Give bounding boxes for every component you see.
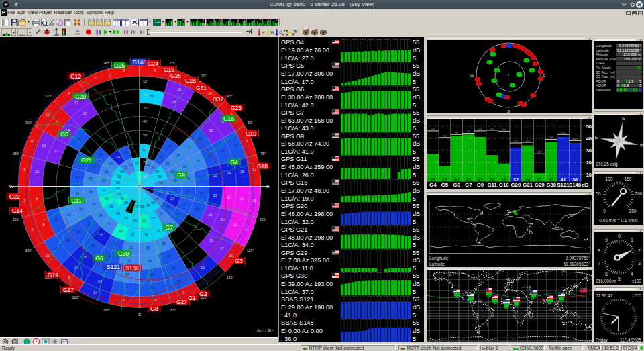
- svg-text:GPS G5: GPS G5: [281, 62, 304, 69]
- svg-text:31: 31: [166, 161, 170, 165]
- svg-text:4: 4: [631, 272, 633, 277]
- svg-text:dB: dB: [413, 327, 420, 334]
- svg-text:G19: G19: [48, 271, 58, 278]
- svg-text:34: 34: [155, 196, 159, 200]
- svg-text:210°: 210°: [72, 295, 80, 299]
- svg-text:S121: S121: [557, 182, 570, 188]
- svg-text:Longitude: Longitude: [596, 44, 612, 48]
- svg-text:315°: 315°: [46, 93, 53, 97]
- svg-text:10°: 10°: [143, 79, 148, 83]
- svg-text:18: 18: [42, 143, 46, 147]
- svg-text:40: 40: [105, 196, 109, 200]
- svg-text:8: 8: [43, 222, 45, 226]
- svg-text:51.51205633°: 51.51205633°: [563, 262, 590, 266]
- svg-text:G29: G29: [537, 151, 542, 154]
- svg-text:5: 5: [618, 277, 621, 281]
- svg-text:El 39.00 Az 193.00: El 39.00 Az 193.00: [281, 281, 333, 287]
- svg-text:G24: G24: [148, 60, 158, 66]
- svg-text:dB: dB: [413, 303, 420, 310]
- svg-text:0: 0: [618, 234, 621, 238]
- svg-text:Longitude: Longitude: [429, 256, 449, 261]
- svg-text:E: E: [595, 135, 598, 140]
- svg-text:8: 8: [95, 75, 97, 79]
- svg-text:G11: G11: [71, 197, 82, 203]
- svg-text:dB: dB: [413, 47, 420, 54]
- svg-text:G21: G21: [523, 182, 533, 188]
- svg-text:36: 36: [150, 93, 154, 97]
- svg-text:G6: G6: [95, 254, 103, 261]
- svg-text:35: 35: [79, 207, 83, 211]
- svg-text:G23: G23: [231, 104, 241, 111]
- svg-text:dB: dB: [413, 281, 420, 287]
- svg-text:25: 25: [99, 232, 103, 236]
- svg-text:5: 5: [413, 265, 416, 272]
- svg-text:G2: G2: [199, 290, 207, 297]
- svg-text:Az - / El -: Az - / El -: [257, 328, 274, 332]
- svg-text:5: 5: [413, 288, 416, 295]
- svg-text:L1C/A: 43.0: L1C/A: 43.0: [281, 125, 314, 132]
- svg-text:55: 55: [413, 249, 419, 256]
- svg-text:El 7.00 Az 325.00: El 7.00 Az 325.00: [281, 257, 329, 264]
- svg-text:39: 39: [151, 200, 155, 204]
- svg-text:8: 8: [24, 167, 26, 171]
- svg-text:7: 7: [598, 261, 600, 266]
- svg-text:W: W: [640, 143, 643, 148]
- svg-text:55: 55: [413, 85, 419, 92]
- svg-text:G29: G29: [535, 182, 545, 188]
- svg-text:S121: S121: [107, 263, 120, 270]
- svg-text:5: 5: [413, 148, 416, 155]
- svg-text:45°: 45°: [227, 93, 233, 97]
- svg-text:El 63.00 Az 158.00: El 63.00 Az 158.00: [281, 117, 333, 123]
- svg-text:10: 10: [30, 138, 34, 142]
- svg-text:20: 20: [35, 169, 39, 173]
- svg-text:GPS G30: GPS G30: [281, 272, 307, 279]
- svg-text:31: 31: [107, 221, 111, 225]
- svg-text:H: H: [262, 30, 264, 34]
- svg-text:1: 1: [123, 297, 125, 301]
- svg-text:10: 10: [46, 253, 50, 257]
- svg-text:100: 100: [606, 177, 613, 181]
- svg-text:G16: G16: [499, 182, 509, 188]
- svg-text:G18: G18: [257, 162, 268, 169]
- svg-text:31: 31: [124, 165, 128, 169]
- svg-text:30: 30: [233, 143, 237, 147]
- svg-text:170.25 deg: 170.25 deg: [596, 162, 618, 167]
- svg-text:G6: G6: [455, 132, 458, 134]
- svg-text:34: 34: [75, 191, 79, 195]
- svg-text:L1C/A: 27.0: L1C/A: 27.0: [281, 54, 314, 61]
- svg-text:38: 38: [116, 180, 120, 184]
- svg-text:29: 29: [77, 136, 81, 140]
- svg-text:50: 50: [586, 123, 592, 130]
- svg-text:20°: 20°: [143, 92, 148, 96]
- svg-text:22: 22: [201, 265, 205, 269]
- svg-text:18: 18: [172, 99, 176, 103]
- svg-text:27: 27: [159, 185, 163, 189]
- svg-text:W: W: [470, 74, 474, 78]
- svg-text:El 30.00 Az 208.00: El 30.00 Az 208.00: [281, 93, 333, 100]
- svg-text:8: 8: [68, 91, 70, 95]
- svg-text:Satellites: Satellites: [596, 88, 611, 92]
- svg-text:0: 0: [603, 209, 606, 213]
- svg-text:G6: G6: [453, 182, 460, 188]
- svg-text:30°: 30°: [201, 73, 207, 77]
- svg-text:2D Acc. [m]: 2D Acc. [m]: [596, 74, 615, 79]
- svg-text:55: 55: [413, 109, 419, 115]
- svg-text:SBAS S148: SBAS S148: [281, 319, 314, 325]
- svg-text:30: 30: [99, 152, 103, 156]
- svg-text:dB: dB: [413, 234, 420, 240]
- svg-text:28: 28: [173, 187, 177, 191]
- svg-text:9.94378750°: 9.94378750°: [566, 256, 590, 260]
- svg-text:L1C/A: 19.0: L1C/A: 19.0: [281, 195, 314, 201]
- svg-text:W: W: [270, 30, 274, 34]
- svg-text:39: 39: [116, 211, 120, 215]
- svg-text:G30: G30: [546, 182, 556, 188]
- svg-text:HDOP: HDOP: [596, 83, 606, 87]
- svg-text:5: 5: [413, 54, 416, 61]
- svg-text:5: 5: [413, 335, 416, 342]
- svg-text:El 29.00 Az 198.00: El 29.00 Az 198.00: [281, 303, 333, 310]
- svg-text:El 58.00 Az 74.00: El 58.00 Az 74.00: [281, 140, 329, 147]
- svg-text:L1C/A: 37.0: L1C/A: 37.0: [281, 288, 314, 295]
- svg-text:70°: 70°: [143, 160, 148, 164]
- svg-text:40: 40: [586, 136, 592, 142]
- svg-text:8: 8: [598, 248, 600, 253]
